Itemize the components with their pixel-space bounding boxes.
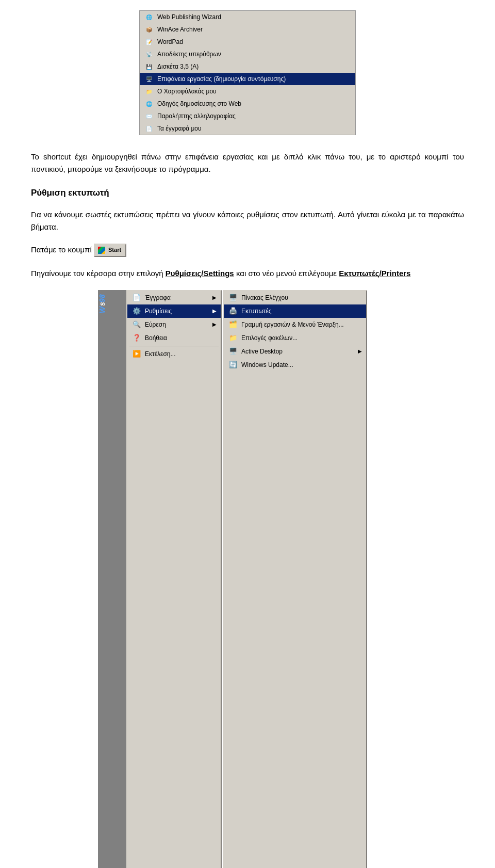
section-title-printer: Ρύθμιση εκτυπωτή [31,188,464,198]
body-paragraph-1: Το shortcut έχει δημιουργηθεί πάνω στην … [31,151,464,175]
startmenu-item-run: ▶️ Εκτέλεση... [127,347,221,361]
winace-icon: 📦 [144,24,154,35]
startmenu-separator [129,346,219,346]
search-icon: 🔍 [131,319,142,330]
menu-item-winace: 📦 WinAce Archiver [140,23,355,36]
run-icon: ▶️ [131,349,142,359]
controlpanel-icon: 🖥️ [228,293,238,303]
start-button-image: Start [94,244,126,257]
submenu-item-controlpanel: 🖥️ Πίνακας Ελέγχου [224,291,366,304]
submenu-item-folders: 📁 Επιλογές φακέλων... [224,331,366,345]
activedesktop-icon: 🖥️ [228,346,238,357]
mail-icon: ✉️ [144,111,154,121]
printers-icon: 🖨️ [228,306,238,316]
portfolio-icon: 📁 [144,86,154,97]
menu-item-wordpad: 📝 WordPad [140,36,355,48]
press-start-line: Πατάμε το κουμπί Start [31,244,464,257]
startmenu-item-docs: 📄 Έγγραφα ▶ [127,291,221,304]
menu-item-mydocs: 📄 Τα έγγραφά μου [140,122,355,135]
web-publishing-icon: 🌐 [144,12,154,22]
settings-icon: ⚙️ [131,306,142,316]
submenu-item-printers: 🖨️ Εκτυπωτές [224,304,366,318]
start-menu-sidebar: Ws98 [98,290,126,868]
submenu-item-taskbar: 🗂️ Γραμμή εργασιών & Μενού Έναρξη... [224,318,366,331]
menu-item-mail: ✉️ Παραλήπτης αλληλογραφίας [140,110,355,122]
top-menu-screenshot: 🌐 Web Publishing Wizard 📦 WinAce Archive… [139,10,356,135]
mydocs-icon: 📄 [144,123,154,134]
webpublish-icon: 🌐 [144,99,154,109]
docs-icon: 📄 [131,293,142,303]
infrared-icon: 📡 [144,49,154,59]
floppy-icon: 💾 [144,61,154,72]
submenu-item-windowsupdate: 🔄 Windows Update... [224,358,366,372]
menu-item-floppy: 💾 Δισκέτα 3,5 (Α) [140,60,355,73]
folders-icon: 📁 [228,333,238,343]
menu-item-infrared: 📡 Αποδέκτης υπερύθρων [140,48,355,60]
startmenu-item-settings: ⚙️ Ρυθμίσεις ▶ [127,304,221,318]
submenu-item-activedesktop: 🖥️ Active Desktop ▶ [224,345,366,358]
startmenu-item-help: ❓ Βοήθεια [127,331,221,345]
windowsupdate-icon: 🔄 [228,360,238,370]
menu-item-myportfolio: 📁 Ο Χαρτοφύλακάς μου [140,85,355,98]
menu-item-webpublish: 🌐 Οδηγός δημοσίευσης στο Web [140,98,355,110]
goto-settings-line: Πηγαίνουμε τον κέρσορα στην επιλογή Ρυθμ… [31,267,464,280]
desktop-icon: 🖥️ [144,74,154,84]
startmenu-item-search: 🔍 Εύρεση ▶ [127,318,221,331]
start-menu-items: 📄 Έγγραφα ▶ ⚙️ Ρυθμίσεις ▶ 🔍 Εύρεση ▶ ❓ … [126,290,222,868]
help-icon: ❓ [131,333,142,343]
menu-item-desktop: 🖥️ Επιφάνεια εργασίας (δημιουργία συντόμ… [140,73,355,85]
windows-logo-icon [98,247,105,254]
taskbar-icon: 🗂️ [228,319,238,330]
body-paragraph-2: Για να κάνουμε σωστές εκτυπώσεις πρέπει … [31,208,464,233]
start-menu-screenshot: Ws98 📄 Έγγραφα ▶ ⚙️ Ρυθμίσεις ▶ 🔍 Εύρεση… [98,290,397,868]
wordpad-icon: 📝 [144,37,154,47]
menu-item-web-publishing: 🌐 Web Publishing Wizard [140,11,355,23]
settings-submenu: 🖥️ Πίνακας Ελέγχου 🖨️ Εκτυπωτές 🗂️ Γραμμ… [223,290,367,868]
